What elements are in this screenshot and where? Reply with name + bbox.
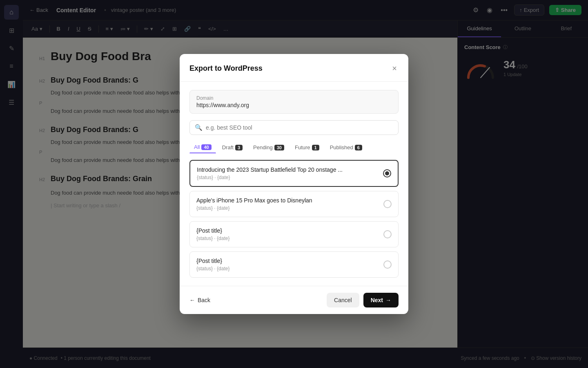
domain-label: Domain — [196, 95, 392, 101]
post-meta-1: {status} · {date} — [197, 175, 383, 180]
back-arrow-icon: ← — [189, 297, 195, 303]
post-meta-4: {status} · {date} — [196, 266, 383, 272]
post-radio-4[interactable] — [383, 260, 392, 269]
post-radio-2[interactable] — [383, 200, 392, 208]
post-item-4[interactable]: {Post title} {status} · {date} — [189, 251, 399, 278]
modal-footer: ← Back Cancel Next → — [180, 286, 408, 314]
filter-tab-future[interactable]: Future 1 — [290, 141, 324, 153]
post-item-1-content: Introducing the 2023 Startup Battlefield… — [197, 166, 383, 180]
tab-badge-all: 40 — [201, 144, 211, 150]
search-box: 🔍 — [189, 120, 399, 135]
modal-header: Export to WordPress × — [180, 54, 408, 82]
cancel-button[interactable]: Cancel — [327, 293, 359, 307]
post-title-4: {Post title} — [196, 258, 383, 264]
modal-close-button[interactable]: × — [390, 62, 399, 75]
post-item-3-content: {Post title} {status} · {date} — [196, 227, 383, 241]
filter-tab-draft[interactable]: Draft 3 — [218, 141, 247, 153]
tab-badge-draft: 3 — [235, 145, 243, 150]
next-button[interactable]: Next → — [363, 293, 399, 307]
post-item-2[interactable]: Apple's iPhone 15 Pro Max goes to Disney… — [189, 191, 399, 217]
tab-badge-pending: 30 — [274, 145, 284, 150]
post-meta-3: {status} · {date} — [196, 236, 383, 241]
filter-tabs: All 40 Draft 3 Pending 30 Future 1 Publi… — [189, 141, 399, 153]
post-item-4-content: {Post title} {status} · {date} — [196, 258, 383, 272]
post-radio-3[interactable] — [383, 230, 392, 238]
export-modal: Export to WordPress × Domain https://www… — [180, 54, 408, 314]
filter-tab-all[interactable]: All 40 — [189, 141, 216, 153]
post-title-1: Introducing the 2023 Startup Battlefield… — [197, 166, 383, 173]
post-item-1[interactable]: Introducing the 2023 Startup Battlefield… — [189, 160, 399, 187]
post-radio-1[interactable] — [383, 169, 391, 177]
next-arrow-icon: → — [385, 297, 391, 303]
domain-value: https://www.andy.org — [196, 102, 392, 108]
filter-tab-pending[interactable]: Pending 30 — [249, 141, 289, 153]
post-meta-2: {status} · {date} — [196, 205, 383, 211]
filter-tab-published[interactable]: Published 6 — [325, 141, 367, 153]
modal-body: Domain https://www.andy.org 🔍 All 40 Dra… — [180, 82, 408, 286]
tab-badge-published: 6 — [355, 145, 362, 150]
search-input[interactable] — [206, 124, 393, 131]
modal-overlay[interactable]: Export to WordPress × Domain https://www… — [0, 0, 588, 368]
tab-badge-future: 1 — [312, 145, 319, 150]
footer-actions: Cancel Next → — [327, 293, 399, 307]
post-title-2: Apple's iPhone 15 Pro Max goes to Disney… — [196, 197, 383, 204]
modal-title: Export to WordPress — [189, 64, 263, 73]
footer-back-button[interactable]: ← Back — [189, 297, 210, 303]
post-item-3[interactable]: {Post title} {status} · {date} — [189, 221, 399, 247]
domain-field: Domain https://www.andy.org — [189, 90, 399, 114]
post-item-2-content: Apple's iPhone 15 Pro Max goes to Disney… — [196, 197, 383, 211]
post-list: Introducing the 2023 Startup Battlefield… — [189, 160, 399, 278]
search-icon: 🔍 — [195, 124, 203, 131]
post-title-3: {Post title} — [196, 227, 383, 234]
